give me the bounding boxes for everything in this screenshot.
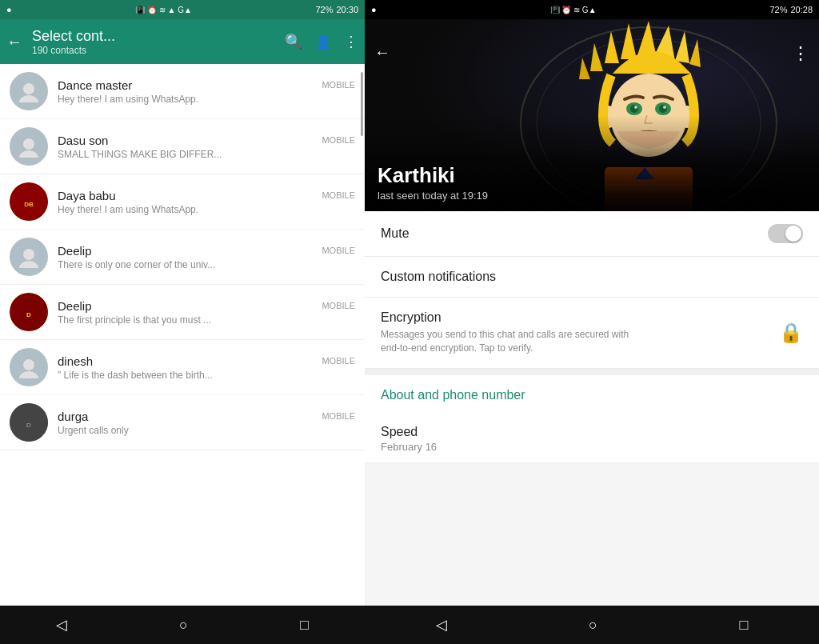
battery-right: 72%	[769, 5, 787, 14]
contact-info: Daya babu MOBILE Hey there! I am using W…	[58, 189, 355, 215]
svg-point-2	[23, 138, 34, 150]
home-nav-icon-right[interactable]: ○	[589, 617, 597, 634]
contact-info: Deelip MOBILE The first principle is tha…	[58, 299, 355, 326]
list-item[interactable]: Dance master MOBILE Hey there! I am usin…	[0, 64, 365, 119]
svg-text:DB: DB	[24, 201, 34, 208]
contact-type: MOBILE	[322, 301, 355, 310]
svg-text:D: D	[26, 422, 31, 429]
contact-name: Deelip	[58, 299, 92, 313]
mute-label-text: Mute	[381, 226, 410, 241]
search-icon[interactable]: 🔍	[285, 33, 302, 50]
avatar: D	[10, 293, 48, 331]
profile-header: ← ⋮ Karthiki last seen today at 19:19	[365, 19, 819, 211]
recents-nav-icon-left[interactable]: □	[300, 617, 309, 634]
svg-point-3	[19, 150, 38, 158]
status-icons-left: 📳 ⏰ ≋ ▲ G▲	[12, 6, 316, 14]
list-item[interactable]: dinesh MOBILE " Life is the dash between…	[0, 340, 365, 395]
contact-name: Deelip	[58, 244, 92, 258]
contact-status: Hey there! I am using WhatsApp.	[58, 204, 355, 215]
header-icons: 🔍 👤 ⋮	[285, 33, 358, 50]
svg-text:D: D	[26, 311, 31, 318]
encryption-item[interactable]: Encryption Messages you send to this cha…	[365, 298, 819, 369]
status-bar-left: ● 📳 ⏰ ≋ ▲ G▲ 72% 20:30	[0, 0, 365, 19]
svg-point-0	[23, 83, 34, 94]
back-button-left[interactable]: ←	[6, 33, 22, 51]
time-right: 20:28	[790, 5, 813, 14]
contact-status: SMALL THINGS MAKE BIG DIFFER...	[58, 149, 355, 160]
list-item[interactable]: D durga MOBILE Urgent calls only	[0, 395, 365, 450]
contact-name: Dasu son	[58, 134, 108, 147]
avatar	[10, 238, 48, 276]
contacts-list: Dance master MOBILE Hey there! I am usin…	[0, 64, 365, 606]
contact-type: MOBILE	[322, 80, 355, 90]
profile-last-seen: last seen today at 19:19	[378, 190, 806, 202]
avatar: DB	[10, 182, 48, 221]
mute-item[interactable]: Mute	[365, 211, 819, 257]
contact-info: Dasu son MOBILE SMALL THINGS MAKE BIG DI…	[58, 134, 355, 160]
profile-name: Karthiki	[378, 163, 806, 188]
contact-name: Dance master	[58, 78, 132, 92]
profile-overlay: Karthiki last seen today at 19:19	[365, 147, 819, 211]
contact-type: MOBILE	[322, 246, 355, 255]
about-date: February 16	[381, 441, 803, 453]
contact-status: The first principle is that you must ...	[58, 314, 355, 326]
list-item[interactable]: D Deelip MOBILE The first principle is t…	[0, 285, 365, 340]
custom-notifications-item[interactable]: Custom notifications	[365, 257, 819, 298]
custom-notifications-label: Custom notifications	[381, 270, 496, 284]
avatar: D	[10, 403, 48, 442]
list-item[interactable]: DB Daya babu MOBILE Hey there! I am usin…	[0, 174, 365, 230]
status-dot-left: ●	[6, 5, 12, 14]
contact-type: MOBILE	[322, 356, 355, 366]
list-item[interactable]: Deelip MOBILE There is only one corner o…	[0, 230, 365, 285]
svg-point-6	[23, 249, 34, 260]
about-phone-link[interactable]: About and phone number	[365, 375, 819, 415]
status-icons-right: 📳 ⏰ ≋ G▲	[377, 6, 770, 14]
contact-name: dinesh	[58, 354, 93, 368]
encryption-label: Encryption	[381, 310, 637, 325]
contact-name-row: Deelip MOBILE	[58, 299, 355, 313]
recents-nav-icon-right[interactable]: □	[739, 617, 748, 634]
mute-label: Mute	[381, 226, 410, 240]
add-contact-icon[interactable]: 👤	[315, 34, 331, 50]
back-nav-icon-left[interactable]: ◁	[56, 616, 67, 634]
svg-point-11	[19, 371, 38, 378]
header-left: ← Select cont... 190 contacts 🔍 👤 ⋮	[0, 19, 365, 64]
encryption-info: Encryption Messages you send to this cha…	[381, 310, 637, 355]
scrollbar-thumb[interactable]	[361, 72, 363, 136]
contact-info: Dance master MOBILE Hey there! I am usin…	[58, 78, 355, 105]
contact-type: MOBILE	[322, 411, 355, 421]
avatar	[10, 127, 48, 166]
contact-name-row: durga MOBILE	[58, 410, 355, 423]
list-item[interactable]: Dasu son MOBILE SMALL THINGS MAKE BIG DI…	[0, 119, 365, 174]
menu-icon-left[interactable]: ⋮	[344, 33, 358, 50]
contact-info: dinesh MOBILE " Life is the dash between…	[58, 354, 355, 381]
contact-name: Daya babu	[58, 189, 116, 202]
home-nav-icon-left[interactable]: ○	[179, 617, 188, 634]
contact-info: durga MOBILE Urgent calls only	[58, 410, 355, 436]
back-nav-icon-right[interactable]: ◁	[436, 616, 447, 634]
left-panel: ● 📳 ⏰ ≋ ▲ G▲ 72% 20:30 ← Select cont... …	[0, 0, 365, 644]
contact-name-row: Dance master MOBILE	[58, 78, 355, 92]
right-panel: ● 📳 ⏰ ≋ G▲ 72% 20:28	[365, 0, 819, 644]
contact-name: durga	[58, 410, 88, 423]
about-name: Speed	[381, 425, 803, 439]
contact-type: MOBILE	[322, 135, 355, 145]
contact-status: There is only one corner of the univ...	[58, 259, 355, 270]
menu-icon-right[interactable]: ⋮	[792, 43, 809, 64]
contact-status: " Life is the dash between the birth...	[58, 370, 355, 381]
about-phone-label: About and phone number	[381, 388, 803, 402]
toggle-knob	[785, 226, 801, 242]
header-title-block: Select cont... 190 contacts	[32, 28, 275, 56]
back-button-right[interactable]: ←	[374, 43, 390, 62]
mute-toggle[interactable]	[768, 224, 803, 243]
time-left: 20:30	[336, 5, 358, 14]
contact-name-row: Deelip MOBILE	[58, 244, 355, 258]
nav-bar-left: ◁ ○ □	[0, 606, 365, 644]
about-item: Speed February 16	[365, 415, 819, 463]
lock-icon: 🔒	[779, 322, 803, 344]
status-bar-right: ● 📳 ⏰ ≋ G▲ 72% 20:28	[365, 0, 819, 19]
svg-point-7	[19, 261, 38, 268]
contact-name-row: Dasu son MOBILE	[58, 134, 355, 147]
contact-info: Deelip MOBILE There is only one corner o…	[58, 244, 355, 270]
svg-point-10	[23, 359, 34, 370]
